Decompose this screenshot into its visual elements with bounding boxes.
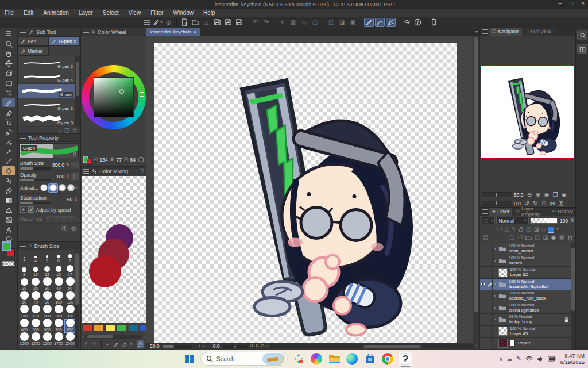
saturation-value[interactable]: 77 [116, 157, 121, 163]
how-to-use-icon[interactable] [413, 18, 423, 27]
tab-history[interactable]: ↩History [550, 208, 576, 216]
settings-wrench-icon[interactable] [71, 225, 77, 232]
gradient-tool[interactable] [2, 195, 15, 205]
expand-setting-icon[interactable]: + [20, 206, 26, 213]
layer-thumbnail[interactable] [498, 339, 508, 348]
merge-layer-icon[interactable]: ◪ [543, 235, 548, 240]
move-tool[interactable] [2, 59, 15, 68]
decoration-brush-tool[interactable] [2, 127, 15, 136]
brush-item[interactable]: G-pen 5 [18, 112, 80, 126]
mixing-option-icon[interactable]: ▢ [133, 169, 137, 174]
new-folder-icon[interactable] [525, 235, 532, 240]
main-menu-icon[interactable] [142, 18, 152, 27]
brush-size-option[interactable]: 250 [53, 305, 64, 319]
brush-size-value[interactable]: 800.0 [52, 162, 64, 168]
color-swatch[interactable] [140, 325, 146, 331]
maximize-button[interactable]: □ [570, 0, 573, 6]
layer-visibility-eye-icon[interactable] [480, 338, 486, 349]
figure-tool[interactable] [2, 205, 15, 214]
color-mixing-canvas[interactable] [82, 176, 146, 323]
brush-size-option[interactable]: 3 [18, 250, 30, 264]
taskbar-app-explorer[interactable] [327, 352, 341, 366]
brush-size-option[interactable]: 40 [53, 278, 64, 292]
copy-subtool-icon[interactable]: ❐ [64, 128, 69, 134]
anti-aliasing-caret[interactable]: ▾ [75, 186, 78, 190]
swatch-scroll-left[interactable]: ‹ [82, 335, 84, 339]
color-swatch[interactable] [129, 325, 138, 331]
canvas-zoom-slider[interactable] [163, 345, 192, 348]
scale-rotate-icon[interactable]: ◰ [326, 18, 336, 27]
mixing-redo-icon[interactable]: ↷ [91, 340, 98, 348]
pen-tool[interactable] [2, 98, 15, 107]
layer-visibility-eye-icon[interactable] [480, 243, 486, 255]
layer-expand-arrow[interactable]: › [493, 317, 497, 322]
lock-layer-icon[interactable] [519, 227, 524, 232]
hue-value[interactable]: 134 [100, 157, 108, 163]
pen-settings-icon[interactable]: ▾ [153, 18, 163, 27]
brush-size-option[interactable]: 17 [64, 264, 76, 278]
panel-menu-icon[interactable] [83, 169, 89, 174]
snap-to-grid-icon[interactable] [386, 18, 396, 27]
alert-icon[interactable]: △ [202, 18, 211, 27]
brush-size-option[interactable]: 150 [18, 305, 30, 319]
list-view-icon[interactable]: ▤ [483, 235, 488, 240]
brush-item[interactable]: G-pen 2 [18, 56, 80, 70]
eyedropper-tool[interactable] [2, 147, 15, 156]
fill-bucket-tool[interactable] [2, 186, 15, 195]
undo-icon[interactable]: ↶ [250, 18, 260, 27]
brush-size-option[interactable]: 600 [41, 319, 53, 333]
scroll-left-icon[interactable]: ‹ [266, 344, 268, 348]
speaker-icon[interactable] [537, 356, 544, 362]
tab-layer[interactable]: ◈Layer [489, 208, 512, 216]
export-icon[interactable] [234, 18, 244, 27]
clip-to-layer-icon[interactable]: ❐ [497, 227, 502, 232]
brush-size-option[interactable]: 2000 [64, 333, 76, 347]
menu-item[interactable]: Window [173, 10, 194, 16]
tray-expand-icon[interactable]: ∧ [499, 356, 503, 362]
start-button[interactable] [183, 352, 196, 366]
brush-size-option[interactable]: 300 [64, 305, 76, 319]
layer-visibility-eye-icon[interactable] [480, 302, 486, 314]
brush-size-option[interactable]: 12 [41, 264, 53, 278]
anti-aliasing-none[interactable] [40, 183, 48, 193]
airbrush-tool[interactable] [2, 117, 15, 126]
search-daily-image[interactable] [262, 353, 285, 365]
color-swatch[interactable] [83, 325, 92, 331]
marquee-select-tool[interactable] [2, 78, 15, 87]
canvas-page[interactable] [154, 43, 457, 343]
layer-visibility-eye-icon[interactable] [480, 290, 486, 302]
layer-expand-arrow[interactable]: › [493, 305, 497, 310]
tray-cloud-icon[interactable]: ☁ [506, 356, 512, 362]
taskbar-app-edge[interactable] [345, 352, 359, 366]
mixing-new-icon[interactable]: ❐ [140, 169, 144, 174]
layer-visibility-eye-icon[interactable] [480, 326, 486, 338]
brush-size-option[interactable]: 5 [41, 250, 53, 264]
blend-mode-select[interactable]: Normal▾ [496, 217, 528, 224]
menu-item[interactable]: Layer [79, 10, 93, 16]
swatch-scroll-right[interactable]: › [144, 335, 145, 339]
layer-row[interactable]: › 100 % Normal Layer 62 [480, 267, 571, 279]
snap-to-ruler-icon[interactable] [364, 18, 374, 27]
subtool-tab-pen[interactable]: Pen [18, 36, 49, 46]
brush-size-option[interactable]: 800 [64, 319, 76, 333]
layer-color-chip[interactable] [548, 227, 554, 233]
brush-size-option[interactable]: 200 [41, 305, 53, 319]
anti-aliasing-medium[interactable] [58, 183, 67, 193]
layer-opacity-stepper[interactable]: ⇅ [570, 218, 574, 223]
brush-size-scrollbar[interactable] [75, 251, 79, 348]
brush-size-option[interactable]: 1500 [41, 333, 53, 347]
color-mode-icon[interactable] [138, 156, 144, 163]
menu-item[interactable]: Help [203, 10, 215, 16]
layer-expand-arrow[interactable]: › [493, 246, 497, 251]
tab-list-caret[interactable]: ▾ [475, 29, 478, 34]
layer-row[interactable]: › 100 % Normal sketch [480, 255, 571, 267]
layer-visibility-eye-icon[interactable] [480, 267, 486, 278]
apply-mask-icon[interactable]: ▣ [559, 235, 564, 240]
transfer-layer-icon[interactable]: ◰ [535, 235, 540, 240]
taskbar-clock[interactable]: 8:47 AM 8/19/2025 [560, 352, 585, 365]
canvas-viewport[interactable] [146, 36, 472, 343]
rotate-right-icon[interactable]: ↻ [255, 344, 259, 348]
register-icon[interactable]: ◎ [164, 18, 173, 27]
material-icon[interactable] [402, 18, 412, 27]
correct-line-tool[interactable] [2, 137, 15, 146]
